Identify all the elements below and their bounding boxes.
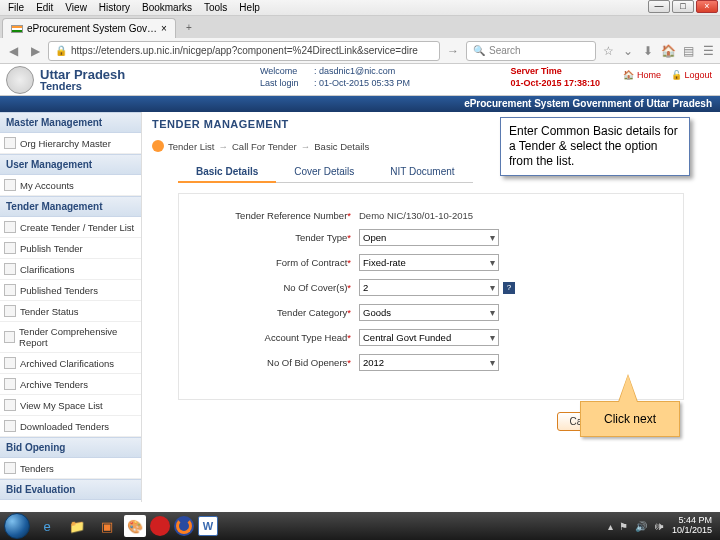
go-button[interactable]: → xyxy=(444,42,462,60)
logout-link[interactable]: 🔓 Logout xyxy=(671,70,712,80)
crumb-call-for-tender[interactable]: Call For Tender xyxy=(232,141,297,152)
select-tender-category[interactable]: Goods xyxy=(359,304,499,321)
nav-icon xyxy=(4,420,16,432)
sidebar: Master Management Org Hierarchy Master U… xyxy=(0,112,142,502)
nav-section-user: User Management xyxy=(0,154,141,175)
select-no-of-covers[interactable]: 2 xyxy=(359,279,499,296)
nav-section-bid-eval: Bid Evaluation xyxy=(0,479,141,500)
home-icon[interactable]: 🏠 xyxy=(660,43,676,59)
sidebar-item-publish-tender[interactable]: Publish Tender xyxy=(0,238,141,259)
sidebar-item-tenders[interactable]: Tenders xyxy=(0,458,141,479)
sidebar-item-view-my-space[interactable]: View My Space List xyxy=(0,395,141,416)
sidebar-item-label: Tenders xyxy=(20,463,54,474)
menu-file[interactable]: File xyxy=(2,2,30,13)
pocket-icon[interactable]: ⌄ xyxy=(620,43,636,59)
sidebar-item-my-accounts[interactable]: My Accounts xyxy=(0,175,141,196)
select-account-type-head[interactable]: Central Govt Funded xyxy=(359,329,499,346)
tab-basic-details[interactable]: Basic Details xyxy=(178,162,276,183)
sidebar-item-label: Archive Tenders xyxy=(20,379,88,390)
nav-icon xyxy=(4,284,16,296)
sidebar-item-label: Tender Comprehensive Report xyxy=(19,326,137,348)
form-basic-details: Tender Reference Number* Demo NIC/130/01… xyxy=(178,193,684,400)
menu-edit[interactable]: Edit xyxy=(30,2,59,13)
sidebar-item-downloaded-tenders[interactable]: Downloaded Tenders xyxy=(0,416,141,437)
sidebar-item-comprehensive-report[interactable]: Tender Comprehensive Report xyxy=(0,322,141,353)
crumb-tender-list[interactable]: Tender List xyxy=(168,141,214,152)
nav-icon xyxy=(4,242,16,254)
start-button[interactable] xyxy=(4,513,30,539)
taskbar-wmp-icon[interactable]: ▣ xyxy=(94,515,120,537)
sidebar-item-create-tender[interactable]: Create Tender / Tender List xyxy=(0,217,141,238)
sidebar-item-label: Clarifications xyxy=(20,264,74,275)
new-tab-button[interactable]: + xyxy=(180,22,198,38)
tab-close-icon[interactable]: × xyxy=(161,23,167,34)
label-ref-number: Tender Reference Number* xyxy=(199,210,359,221)
sidebar-item-published-tenders[interactable]: Published Tenders xyxy=(0,280,141,301)
sidebar-item-org-hierarchy[interactable]: Org Hierarchy Master xyxy=(0,133,141,154)
menu-bookmarks[interactable]: Bookmarks xyxy=(136,2,198,13)
sidebar-item-label: Archived Clarifications xyxy=(20,358,114,369)
nav-icon xyxy=(4,399,16,411)
servertime-label: Server Time xyxy=(510,66,600,78)
crumb-sep: → xyxy=(218,141,228,152)
select-form-of-contract[interactable]: Fixed-rate xyxy=(359,254,499,271)
back-button[interactable]: ◀ xyxy=(4,42,22,60)
site-title-line2: Tenders xyxy=(40,81,125,92)
nav-icon xyxy=(4,137,16,149)
sidebar-item-label: Org Hierarchy Master xyxy=(20,138,111,149)
nav-section-tender: Tender Management xyxy=(0,196,141,217)
downloads-icon[interactable]: ⬇ xyxy=(640,43,656,59)
sidebar-item-label: Publish Tender xyxy=(20,243,83,254)
bookmarks-icon[interactable]: ▤ xyxy=(680,43,696,59)
search-placeholder: Search xyxy=(489,45,521,56)
sidebar-item-archive-tenders[interactable]: Archive Tenders xyxy=(0,374,141,395)
tray-date: 10/1/2015 xyxy=(672,526,712,536)
menu-view[interactable]: View xyxy=(59,2,93,13)
callout-instructions: Enter Common Basic details for a Tender … xyxy=(500,117,690,176)
taskbar-paint-icon[interactable]: 🎨 xyxy=(124,515,146,537)
menu-tools[interactable]: Tools xyxy=(198,2,233,13)
minimize-button[interactable]: — xyxy=(648,0,670,13)
system-tray[interactable]: ▴ ⚑ 🔊 🕪 5:44 PM 10/1/2015 xyxy=(608,516,716,536)
close-button[interactable]: × xyxy=(696,0,718,13)
browser-urlbar: ◀ ▶ 🔒 https://etenders.up.nic.in/nicgep/… xyxy=(0,38,720,64)
lock-icon: 🔒 xyxy=(55,45,67,56)
help-icon[interactable]: ? xyxy=(503,282,515,294)
nav-icon xyxy=(4,378,16,390)
downarrow-icon[interactable]: ☆ xyxy=(600,43,616,59)
home-link[interactable]: 🏠 Home xyxy=(623,70,661,80)
sidebar-item-item-wise-eval[interactable]: Item Wise Evaluation xyxy=(0,500,141,502)
sidebar-item-clarifications[interactable]: Clarifications xyxy=(0,259,141,280)
nav-icon xyxy=(4,305,16,317)
browser-tab-active[interactable]: eProcurement System Gov… × xyxy=(2,18,176,38)
select-tender-type[interactable]: Open xyxy=(359,229,499,246)
label-tender-category: Tender Category* xyxy=(199,307,359,318)
select-no-of-bid-openers[interactable]: 2012 xyxy=(359,354,499,371)
tab-cover-details[interactable]: Cover Details xyxy=(276,162,372,183)
tray-icons[interactable]: ▴ ⚑ 🔊 🕪 xyxy=(608,521,666,532)
sidebar-item-label: Tender Status xyxy=(20,306,79,317)
search-input[interactable]: 🔍 Search xyxy=(466,41,596,61)
taskbar-word-icon[interactable]: W xyxy=(198,516,218,536)
maximize-button[interactable]: □ xyxy=(672,0,694,13)
breadcrumb-icon xyxy=(152,140,164,152)
sidebar-item-archived-clar[interactable]: Archived Clarifications xyxy=(0,353,141,374)
lastlogin-label: Last login xyxy=(260,78,314,90)
menu-icon[interactable]: ☰ xyxy=(700,43,716,59)
site-header: Uttar Pradesh Tenders Welcome: dasdnic1@… xyxy=(0,64,720,96)
menu-history[interactable]: History xyxy=(93,2,136,13)
tab-nit-document[interactable]: NIT Document xyxy=(372,162,472,183)
forward-button[interactable]: ▶ xyxy=(26,42,44,60)
nav-icon xyxy=(4,221,16,233)
search-icon: 🔍 xyxy=(473,45,485,56)
windows-taskbar: e 📁 ▣ 🎨 W ▴ ⚑ 🔊 🕪 5:44 PM 10/1/2015 xyxy=(0,512,720,540)
taskbar-explorer-icon[interactable]: 📁 xyxy=(64,515,90,537)
taskbar-opera-icon[interactable] xyxy=(150,516,170,536)
callout-click-next: Click next xyxy=(580,401,680,437)
url-input[interactable]: 🔒 https://etenders.up.nic.in/nicgep/app?… xyxy=(48,41,440,61)
window-controls: — □ × xyxy=(648,0,718,13)
taskbar-firefox-icon[interactable] xyxy=(174,516,194,536)
menu-help[interactable]: Help xyxy=(233,2,266,13)
sidebar-item-tender-status[interactable]: Tender Status xyxy=(0,301,141,322)
taskbar-ie-icon[interactable]: e xyxy=(34,515,60,537)
